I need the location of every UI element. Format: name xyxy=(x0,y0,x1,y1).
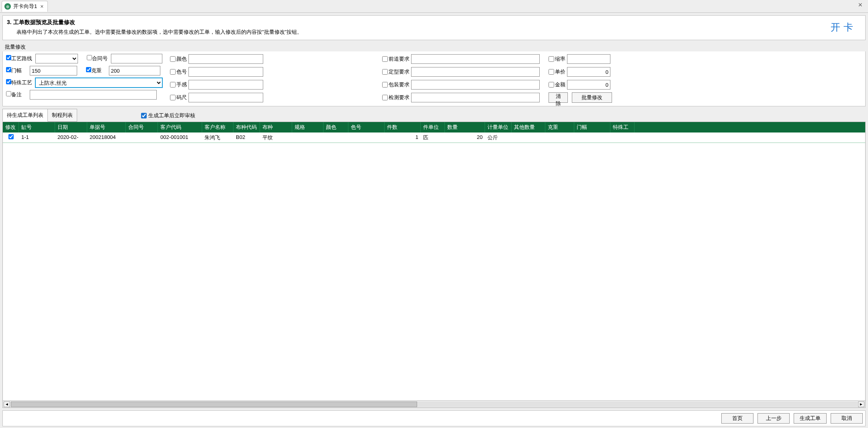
cell-contract xyxy=(126,132,158,143)
th-color-no[interactable]: 色号 xyxy=(348,122,385,132)
weight-check[interactable]: 克重 xyxy=(86,67,102,74)
cell-color-no xyxy=(348,132,385,143)
remark-input[interactable] xyxy=(30,90,157,100)
inspect-req-input[interactable] xyxy=(411,93,540,102)
th-fabric-code[interactable]: 布种代码 xyxy=(233,122,260,132)
scroll-left-icon[interactable]: ◄ xyxy=(4,402,10,407)
pack-req-check[interactable]: 包装要求 xyxy=(382,81,409,88)
th-doc-no[interactable]: 单据号 xyxy=(87,122,126,132)
scroll-track[interactable] xyxy=(11,402,857,407)
price-check[interactable]: 单价 xyxy=(549,68,565,75)
process-route-check[interactable]: 工艺路线 xyxy=(6,55,32,62)
color-input[interactable] xyxy=(188,54,263,64)
color-no-check[interactable]: 色号 xyxy=(170,68,187,75)
cell-fabric-code: B02 xyxy=(233,132,260,143)
th-pieces[interactable]: 件数 xyxy=(385,122,421,132)
scroll-thumb[interactable] xyxy=(11,402,417,407)
cell-fabric: 平纹 xyxy=(260,132,292,143)
cancel-button[interactable]: 取消 xyxy=(831,413,863,424)
batch-section-label: 批量修改 xyxy=(2,42,866,51)
th-unit[interactable]: 计量单位 xyxy=(485,122,512,132)
tab-process-list[interactable]: 制程列表 xyxy=(47,109,77,122)
pack-req-input[interactable] xyxy=(411,80,540,90)
weight-input[interactable] xyxy=(109,66,160,75)
cell-unit: 公斤 xyxy=(485,132,512,143)
th-weight[interactable]: 克重 xyxy=(545,122,574,132)
th-vat-no[interactable]: 缸号 xyxy=(19,122,55,132)
cell-special xyxy=(610,132,635,143)
th-cust-name[interactable]: 客户名称 xyxy=(202,122,233,132)
document-tab[interactable]: ⊕ 开卡向导1 × xyxy=(2,1,48,12)
generate-button[interactable]: 生成工单 xyxy=(794,413,827,424)
prev-button[interactable]: 上一步 xyxy=(757,413,790,424)
shrink-input[interactable] xyxy=(567,54,610,64)
instruction-text: 3. 工单数据预览及批量修改 表格中列出了本次将生成的工单。选中需要批量修改的数… xyxy=(7,19,302,36)
shape-req-input[interactable] xyxy=(411,67,540,77)
scroll-right-icon[interactable]: ► xyxy=(858,402,864,407)
step-title: 工单数据预览及批量修改 xyxy=(13,19,75,25)
cell-pieces: 1 xyxy=(385,132,421,143)
th-special[interactable]: 特殊工 xyxy=(610,122,635,132)
color-check[interactable]: 颜色 xyxy=(170,55,187,63)
tab-bar: ⊕ 开卡向导1 × × xyxy=(0,0,868,13)
process-route-select[interactable] xyxy=(35,54,78,63)
contract-no-check[interactable]: 合同号 xyxy=(87,55,108,62)
tab-title: 开卡向导1 xyxy=(13,3,37,10)
th-contract[interactable]: 合同号 xyxy=(126,122,158,132)
table-header: 修改 缸号 日期 单据号 合同号 客户代码 客户名称 布种代码 布种 规格 颜色… xyxy=(3,122,865,132)
window-close-icon[interactable]: × xyxy=(856,1,865,9)
ruler-check[interactable]: 码尺 xyxy=(170,94,187,101)
th-piece-unit[interactable]: 件单位 xyxy=(421,122,445,132)
th-other-qty[interactable]: 其他数量 xyxy=(512,122,545,132)
pre-req-check[interactable]: 前道要求 xyxy=(382,55,409,63)
orders-table: 修改 缸号 日期 单据号 合同号 客户代码 客户名称 布种代码 布种 规格 颜色… xyxy=(2,122,866,408)
cell-color xyxy=(323,132,348,143)
clear-button[interactable]: 清除 xyxy=(549,92,568,103)
cell-modify[interactable] xyxy=(3,132,19,143)
amount-check[interactable]: 金额 xyxy=(549,81,565,88)
th-date[interactable]: 日期 xyxy=(55,122,87,132)
step-desc: 表格中列出了本次将生成的工单。选中需要批量修改的数据项，选中需要修改的工单，输入… xyxy=(7,29,302,36)
amount-input[interactable] xyxy=(567,80,610,90)
th-cust-code[interactable]: 客户代码 xyxy=(158,122,202,132)
batch-edit-section: 批量修改 工艺路线 合同号 门幅 克重 特殊工艺 上防水,丝光 备注 xyxy=(2,42,866,109)
th-modify[interactable]: 修改 xyxy=(3,122,19,132)
open-card-label: 开卡 xyxy=(831,21,861,34)
th-color[interactable]: 颜色 xyxy=(323,122,348,132)
batch-modify-button[interactable]: 批量修改 xyxy=(572,92,612,103)
th-fabric[interactable]: 布种 xyxy=(260,122,292,132)
table-row[interactable]: 1-1 2020-02- 200218004 002-001001 朱鸿飞 B0… xyxy=(3,132,865,143)
width-input[interactable] xyxy=(30,66,77,75)
globe-icon: ⊕ xyxy=(4,3,11,10)
tab-close-icon[interactable]: × xyxy=(39,3,44,10)
special-process-select[interactable]: 上防水,丝光 xyxy=(35,78,162,88)
shape-req-check[interactable]: 定型要求 xyxy=(382,68,409,75)
special-process-check[interactable]: 特殊工艺 xyxy=(6,79,32,86)
cell-vat-no: 1-1 xyxy=(19,132,55,143)
feel-input[interactable] xyxy=(188,80,263,90)
inspect-req-check[interactable]: 检测要求 xyxy=(382,94,409,101)
ruler-input[interactable] xyxy=(188,93,263,102)
contract-no-input[interactable] xyxy=(111,54,162,63)
audit-immediately-check[interactable]: 生成工单后立即审核 xyxy=(141,112,195,122)
th-width[interactable]: 门幅 xyxy=(574,122,610,132)
tab-pending-orders[interactable]: 待生成工单列表 xyxy=(2,109,48,122)
width-check[interactable]: 门幅 xyxy=(6,67,22,74)
th-spec[interactable]: 规格 xyxy=(292,122,323,132)
instruction-panel: 3. 工单数据预览及批量修改 表格中列出了本次将生成的工单。选中需要批量修改的数… xyxy=(2,15,866,40)
cell-width xyxy=(574,132,610,143)
cell-weight xyxy=(545,132,574,143)
feel-check[interactable]: 手感 xyxy=(170,81,187,88)
home-button[interactable]: 首页 xyxy=(721,413,753,424)
table-body: 1-1 2020-02- 200218004 002-001001 朱鸿飞 B0… xyxy=(3,132,865,400)
horizontal-scrollbar[interactable]: ◄ ► xyxy=(3,400,865,408)
price-input[interactable] xyxy=(567,67,610,77)
pre-req-input[interactable] xyxy=(411,54,540,64)
cell-cust-name: 朱鸿飞 xyxy=(202,132,233,143)
remark-check[interactable]: 备注 xyxy=(6,91,22,98)
batch-fields: 工艺路线 合同号 门幅 克重 特殊工艺 上防水,丝光 备注 颜色 xyxy=(3,51,865,106)
shrink-check[interactable]: 缩率 xyxy=(549,55,565,63)
th-qty[interactable]: 数量 xyxy=(445,122,485,132)
color-no-input[interactable] xyxy=(188,67,263,77)
cell-cust-code: 002-001001 xyxy=(158,132,202,143)
